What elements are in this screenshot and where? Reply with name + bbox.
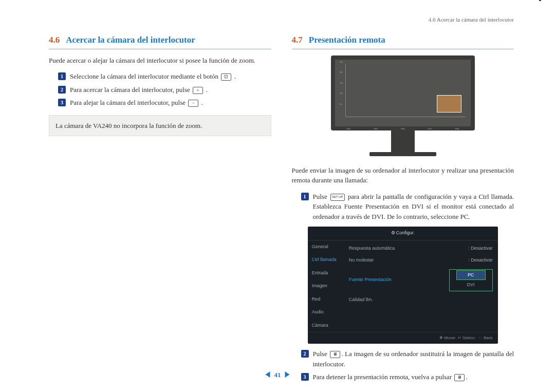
section-intro: Puede enviar la imagen de su ordenador a…	[292, 165, 514, 185]
config-row[interactable]: Fuente PresentaciónPCDVI	[349, 267, 493, 294]
step-1: 1 Pulse SET UP para abrir la pantalla de…	[301, 192, 514, 222]
section-intro: Puede acercar o alejar la cámara del int…	[49, 55, 271, 66]
prev-page-icon[interactable]	[266, 371, 270, 378]
step-number-badge: 2	[301, 350, 309, 358]
step-2: 2 Para acercar la cámara del interlocuto…	[58, 85, 271, 95]
bar-chart: 50100150200250	[345, 64, 466, 117]
config-side-item[interactable]: Ctrl llamada	[308, 253, 344, 267]
section-title: Presentación remota	[309, 33, 385, 47]
section-4-7: 4.7 Presentación remota 50100150200250 2…	[292, 33, 514, 385]
section-heading: 4.6 Acercar la cámara del interlocutor	[49, 33, 271, 49]
section-title: Acercar la cámara del interlocutor	[66, 33, 195, 47]
pip-video	[437, 95, 461, 113]
config-row[interactable]: No molestar: Desactivar	[349, 254, 493, 267]
config-side-item[interactable]: General	[308, 240, 344, 254]
config-row[interactable]: Calidad llm.	[349, 294, 493, 306]
step-number-badge: 3	[58, 99, 66, 106]
config-title: Configur.	[308, 227, 498, 240]
presentation-icon: 🖥	[330, 351, 340, 358]
step-3: 3 Para alejar la cámara del interlocutor…	[58, 98, 271, 108]
running-header: 4.6 Acercar la cámara del interlocutor	[429, 15, 514, 24]
section-number: 4.7	[292, 33, 303, 47]
minus-icon: −	[188, 100, 198, 107]
monitor-figure: 50100150200250 20022003200420052006	[292, 55, 514, 156]
plus-icon: +	[193, 87, 203, 94]
step-2: 2 Pulse 🖥. La imagen de su ordenador sus…	[301, 349, 514, 369]
setup-button-icon: SET UP	[330, 194, 345, 201]
config-side-item[interactable]: Audio	[308, 306, 344, 319]
section-4-6: 4.6 Acercar la cámara del interlocutor P…	[49, 33, 271, 385]
camera-select-icon: ⊡	[221, 73, 231, 81]
config-side-item[interactable]: Cámara	[308, 319, 344, 332]
config-side-item[interactable]: Entrada	[308, 267, 344, 280]
page-number: 41	[274, 370, 281, 380]
config-row[interactable]: Respuesta automática: Desactivar	[349, 242, 493, 255]
step-1: 1 Seleccione la cámara del interlocutor …	[58, 71, 271, 82]
config-side-item[interactable]: Red	[308, 293, 344, 306]
step-3: 3 Para detener la presentación remota, v…	[301, 372, 514, 382]
step-number-badge: 2	[58, 86, 66, 94]
config-screenshot: Configur. GeneralCtrl llamadaEntradaImag…	[292, 227, 514, 344]
section-number: 4.6	[49, 33, 60, 47]
step-number-badge: 1	[301, 193, 309, 200]
config-footer: ✥ Mover ↵ Selecc. ← Back	[308, 332, 498, 344]
step-number-badge: 3	[301, 373, 309, 381]
note-box: La cámara de VA240 no incorpora la funci…	[49, 115, 271, 137]
next-page-icon[interactable]	[285, 371, 290, 378]
camera-icon	[535, 0, 545, 1]
config-side-item[interactable]: Imagen	[308, 279, 344, 293]
step-number-badge: 1	[58, 72, 66, 80]
section-heading: 4.7 Presentación remota	[292, 33, 514, 49]
page-navigation: 41	[266, 370, 290, 380]
presentation-icon: 🖥	[454, 374, 465, 381]
